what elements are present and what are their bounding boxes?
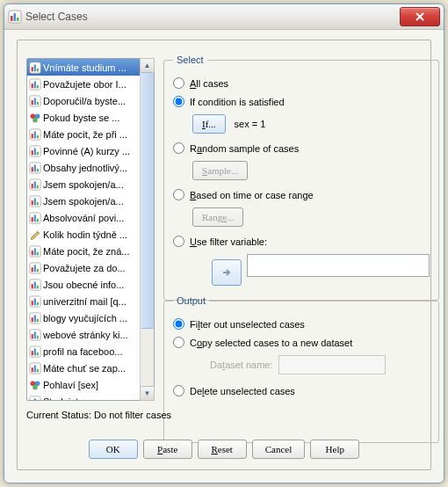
- svg-rect-34: [37, 185, 39, 188]
- cancel-button[interactable]: Cancel: [252, 440, 306, 459]
- move-variable-button[interactable]: [212, 259, 242, 286]
- opt-random[interactable]: Random sample of cases: [173, 142, 430, 154]
- paste-button[interactable]: Paste: [143, 440, 192, 459]
- svg-rect-30: [37, 168, 39, 171]
- svg-rect-49: [34, 265, 36, 272]
- svg-rect-70: [37, 352, 39, 355]
- svg-rect-13: [32, 100, 33, 105]
- list-item[interactable]: Jsem spokojen/a...: [27, 193, 140, 209]
- list-item-label: Považujete za do...: [43, 263, 126, 273]
- svg-rect-14: [34, 98, 36, 105]
- svg-rect-44: [32, 251, 33, 255]
- radio-out-copy[interactable]: [173, 337, 184, 348]
- svg-rect-33: [34, 181, 36, 188]
- bars-icon: [8, 10, 22, 24]
- svg-rect-37: [34, 198, 36, 205]
- list-item[interactable]: Pohlaví [sex]: [27, 376, 140, 393]
- ok-button[interactable]: OK: [89, 440, 138, 459]
- svg-rect-11: [37, 84, 39, 88]
- list-item[interactable]: Doporučil/a byste...: [27, 92, 140, 109]
- list-item-label: webové stránky ki...: [43, 330, 128, 340]
- radio-range[interactable]: [173, 189, 184, 200]
- reset-button[interactable]: Reset: [198, 440, 247, 459]
- svg-rect-36: [32, 200, 33, 205]
- svg-rect-20: [32, 134, 33, 138]
- radio-all[interactable]: [173, 77, 184, 89]
- list-item-label: blogy vyučujících ...: [43, 313, 127, 323]
- if-button[interactable]: If...: [192, 114, 226, 134]
- list-item[interactable]: profil na faceboo...: [27, 343, 140, 360]
- list-item-label: Doporučil/a byste...: [43, 96, 126, 106]
- list-item[interactable]: Považujete obor I...: [27, 76, 140, 92]
- list-item[interactable]: Vnímáte studium ...: [27, 59, 140, 76]
- arrow-right-icon: [220, 266, 233, 279]
- radio-random[interactable]: [173, 142, 184, 154]
- radio-out-delete[interactable]: [173, 385, 184, 396]
- svg-rect-52: [32, 284, 33, 288]
- opt-if[interactable]: If condition is satisfied: [173, 96, 430, 107]
- opt-out-filter[interactable]: Filter out unselected cases: [173, 318, 430, 330]
- opt-filter[interactable]: Use filter variable:: [173, 236, 430, 247]
- filter-variable-field[interactable]: [247, 254, 430, 277]
- list-item[interactable]: Absolvování povi...: [27, 209, 140, 226]
- scroll-down-icon[interactable]: ▼: [140, 386, 155, 401]
- variable-list[interactable]: Vnímáte studium ...Považujete obor I...D…: [26, 58, 155, 401]
- condition-text: sex = 1: [235, 119, 266, 129]
- list-item[interactable]: Kolik hodin týdně ...: [27, 226, 140, 243]
- list-item[interactable]: Máte pocit, že zná...: [27, 243, 140, 259]
- radio-if[interactable]: [173, 96, 184, 107]
- svg-rect-22: [37, 134, 39, 138]
- scroll-up-icon[interactable]: ▲: [140, 58, 155, 73]
- titlebar[interactable]: Select Cases: [4, 4, 444, 30]
- svg-rect-54: [37, 285, 39, 288]
- svg-rect-29: [34, 164, 36, 171]
- dataset-name-field: [278, 355, 386, 374]
- svg-rect-61: [34, 315, 36, 322]
- list-item[interactable]: Jsou obecné info...: [27, 276, 140, 293]
- list-item-label: Studujete v preze...: [43, 396, 126, 401]
- svg-rect-45: [34, 248, 36, 255]
- dataset-name-label: Dataset name:: [210, 360, 273, 370]
- svg-rect-66: [37, 335, 39, 338]
- list-item[interactable]: Povinné (A) kurzy ...: [27, 142, 140, 159]
- radio-filter[interactable]: [173, 236, 184, 247]
- svg-point-77: [33, 384, 38, 389]
- list-item-label: Kolik hodin týdně ...: [43, 229, 127, 240]
- list-item-label: Jsou obecné info...: [43, 280, 124, 290]
- svg-rect-5: [32, 67, 33, 71]
- svg-rect-68: [32, 351, 33, 355]
- list-item[interactable]: webové stránky ki...: [27, 326, 140, 343]
- help-button[interactable]: Help: [310, 440, 359, 459]
- svg-rect-57: [34, 298, 36, 305]
- svg-rect-6: [34, 64, 36, 71]
- svg-point-18: [33, 117, 38, 122]
- list-item[interactable]: Pokud byste se ...: [27, 109, 140, 126]
- svg-rect-56: [32, 301, 33, 305]
- list-item[interactable]: blogy vyučujících ...: [27, 309, 140, 326]
- list-item[interactable]: Máte pocit, že při ...: [27, 126, 140, 142]
- svg-rect-80: [34, 398, 36, 400]
- list-item[interactable]: Studujete v preze...: [27, 393, 140, 400]
- list-item[interactable]: Jsem spokojen/a...: [27, 176, 140, 193]
- radio-out-filter[interactable]: [173, 318, 184, 330]
- list-item[interactable]: Máte chuť se zap...: [27, 360, 140, 376]
- close-button[interactable]: [400, 7, 440, 26]
- list-item[interactable]: Považujete za do...: [27, 259, 140, 276]
- opt-all[interactable]: All cases: [173, 77, 430, 89]
- svg-rect-65: [34, 331, 36, 338]
- list-item[interactable]: Obsahy jednotlivý...: [27, 159, 140, 176]
- output-group: Output Filter out unselected cases Copy …: [163, 295, 439, 443]
- list-item-label: Pohlaví [sex]: [43, 380, 98, 390]
- svg-rect-10: [34, 81, 36, 88]
- list-item-label: Obsahy jednotlivý...: [43, 163, 127, 173]
- list-item[interactable]: univerzitní mail [q...: [27, 293, 140, 309]
- svg-rect-42: [37, 218, 39, 222]
- opt-range[interactable]: Based on time or case range: [173, 189, 430, 200]
- opt-out-delete[interactable]: Delete unselected cases: [173, 385, 430, 396]
- sample-button: Sample...: [192, 161, 248, 180]
- list-item-label: Vnímáte studium ...: [43, 62, 126, 73]
- scroll-thumb[interactable]: [141, 72, 154, 329]
- svg-rect-41: [34, 214, 36, 222]
- opt-out-copy[interactable]: Copy selected cases to a new dataset: [173, 337, 430, 348]
- scrollbar[interactable]: ▲ ▼: [140, 59, 154, 400]
